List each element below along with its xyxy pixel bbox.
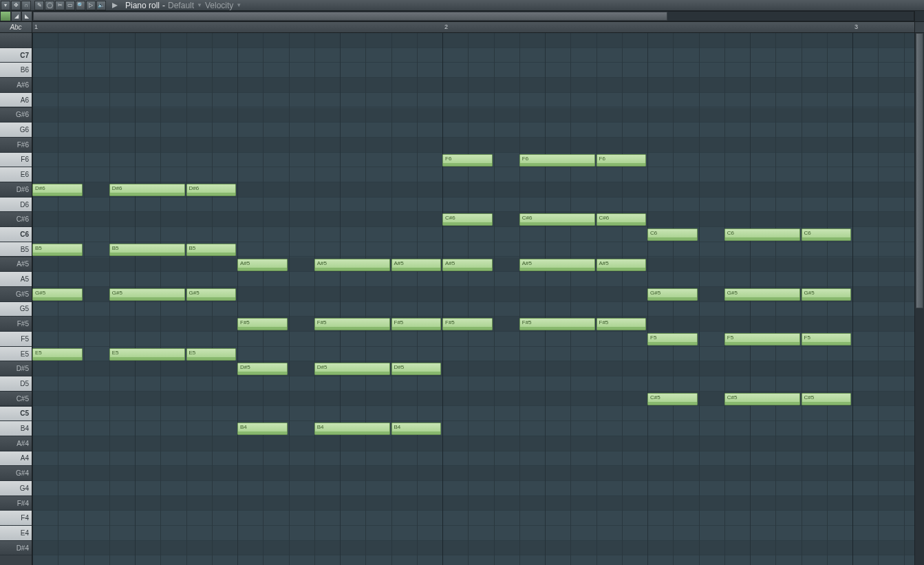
note-grid[interactable]: D#6B5G#5E5D#6B5G#5E5D#6B5G#5E5A#5F#5D#5B… xyxy=(32,33,914,565)
midi-note[interactable]: C#5 xyxy=(647,393,698,405)
midi-note[interactable]: D#6 xyxy=(109,184,185,196)
tool-cut-button[interactable]: ✂ xyxy=(55,1,65,10)
midi-note[interactable]: F#5 xyxy=(597,318,647,330)
midi-note[interactable]: C#6 xyxy=(519,213,595,226)
piano-key[interactable]: A#5 xyxy=(0,257,32,273)
midi-note[interactable]: A#5 xyxy=(314,259,390,271)
piano-key[interactable]: G#5 xyxy=(0,287,32,302)
midi-note[interactable]: F5 xyxy=(802,333,852,345)
piano-key[interactable]: D#6 xyxy=(0,182,32,198)
midi-note[interactable]: F#5 xyxy=(314,318,390,330)
piano-key[interactable]: D5 xyxy=(0,376,32,392)
hscroll-thumb[interactable] xyxy=(33,12,667,21)
midi-note[interactable]: G#5 xyxy=(724,288,800,301)
piano-key[interactable]: E5 xyxy=(0,347,32,362)
tool-magnet-button[interactable]: ∩ xyxy=(21,1,31,10)
midi-note[interactable]: F6 xyxy=(442,154,493,167)
piano-key[interactable]: A#6 xyxy=(0,78,32,93)
piano-key[interactable]: A4 xyxy=(0,451,32,467)
note-color-swatch[interactable] xyxy=(0,11,11,21)
horizontal-scrollbar[interactable] xyxy=(32,11,914,21)
midi-note[interactable]: F#5 xyxy=(391,318,442,330)
midi-note[interactable]: G#5 xyxy=(32,288,83,301)
piano-key[interactable]: A#4 xyxy=(0,436,32,451)
midi-note[interactable]: G#5 xyxy=(802,288,852,301)
piano-key[interactable]: D#4 xyxy=(0,541,32,556)
tool-draw-button[interactable]: ✎ xyxy=(34,1,44,10)
piano-key[interactable]: A6 xyxy=(0,93,32,108)
mode-b-button[interactable]: ◣ xyxy=(21,11,32,21)
midi-note[interactable]: B5 xyxy=(186,244,237,256)
piano-key-column[interactable]: C7B6A#6A6G#6G6F#6F6E6D#6D6C#6C6B5A#5A5G#… xyxy=(0,33,32,565)
piano-key[interactable]: A5 xyxy=(0,272,32,287)
piano-key[interactable]: G#4 xyxy=(0,466,32,481)
ruler-mode-label[interactable]: Abc xyxy=(0,22,32,32)
midi-note[interactable]: E5 xyxy=(109,348,185,361)
midi-note[interactable]: B5 xyxy=(32,244,83,256)
midi-note[interactable]: F#5 xyxy=(237,318,288,330)
piano-key[interactable]: G4 xyxy=(0,481,32,496)
piano-key[interactable]: F#4 xyxy=(0,496,32,511)
midi-note[interactable]: D#6 xyxy=(186,184,237,196)
midi-note[interactable]: F#5 xyxy=(442,318,493,330)
piano-key[interactable]: G5 xyxy=(0,302,32,317)
midi-note[interactable]: C6 xyxy=(647,228,698,241)
tool-speaker-button[interactable]: 🔈 xyxy=(96,1,106,10)
midi-note[interactable]: G#5 xyxy=(186,288,237,301)
piano-key[interactable]: B5 xyxy=(0,242,32,257)
chevron-down-icon[interactable]: ▼ xyxy=(197,2,202,8)
midi-note[interactable]: A#5 xyxy=(391,259,442,271)
piano-key[interactable]: F#5 xyxy=(0,317,32,332)
midi-note[interactable]: D#5 xyxy=(391,363,442,375)
midi-note[interactable]: E5 xyxy=(32,348,83,361)
vscroll-thumb[interactable] xyxy=(916,33,923,308)
piano-key[interactable]: C5 xyxy=(0,407,32,422)
midi-note[interactable]: A#5 xyxy=(442,259,493,271)
mode-a-button[interactable]: ◢ xyxy=(11,11,22,21)
piano-key[interactable]: B4 xyxy=(0,421,32,436)
tool-move-button[interactable]: ✥ xyxy=(11,1,21,10)
midi-note[interactable]: G#5 xyxy=(647,288,698,301)
piano-key[interactable]: C6 xyxy=(0,227,32,242)
midi-note[interactable]: F#5 xyxy=(519,318,595,330)
midi-note[interactable]: F6 xyxy=(519,154,595,167)
menu-dropdown-button[interactable]: ▾ xyxy=(1,1,10,10)
midi-note[interactable]: D#5 xyxy=(237,363,288,375)
midi-note[interactable]: A#5 xyxy=(237,259,288,271)
midi-note[interactable]: C#5 xyxy=(802,393,852,405)
piano-key[interactable]: C#5 xyxy=(0,392,32,407)
tool-zoom-button[interactable]: 🔍 xyxy=(76,1,85,10)
piano-key[interactable]: C#6 xyxy=(0,212,32,227)
midi-note[interactable]: D#5 xyxy=(314,363,390,375)
midi-note[interactable]: B4 xyxy=(237,423,288,435)
piano-key[interactable]: F6 xyxy=(0,153,32,168)
piano-key[interactable]: E6 xyxy=(0,167,32,182)
piano-key[interactable]: C7 xyxy=(0,48,32,63)
piano-key[interactable]: D6 xyxy=(0,198,32,213)
midi-note[interactable]: C#5 xyxy=(724,393,800,405)
midi-note[interactable]: B4 xyxy=(391,423,442,435)
piano-key[interactable]: F5 xyxy=(0,332,32,347)
midi-note[interactable]: G#5 xyxy=(109,288,185,301)
midi-note[interactable]: A#5 xyxy=(519,259,595,271)
title-channel[interactable]: Default xyxy=(168,1,194,10)
piano-key[interactable]: B6 xyxy=(0,63,32,78)
vertical-scrollbar[interactable] xyxy=(914,33,924,565)
midi-note[interactable]: B5 xyxy=(109,244,185,256)
play-indicator-icon[interactable] xyxy=(110,1,120,10)
piano-key[interactable]: G6 xyxy=(0,122,32,138)
piano-key[interactable]: D#5 xyxy=(0,361,32,376)
timeline-ruler[interactable]: 123 xyxy=(32,22,914,32)
midi-note[interactable]: C#6 xyxy=(442,213,493,226)
midi-note[interactable]: C6 xyxy=(724,228,800,241)
piano-key[interactable]: E4 xyxy=(0,526,32,541)
midi-note[interactable]: D#6 xyxy=(32,184,83,196)
midi-note[interactable]: C6 xyxy=(802,228,852,241)
midi-note[interactable]: F6 xyxy=(597,154,647,167)
tool-select-button[interactable]: ▭ xyxy=(65,1,75,10)
tool-playback-button[interactable]: ▷ xyxy=(86,1,96,10)
midi-note[interactable]: A#5 xyxy=(597,259,647,271)
piano-key[interactable] xyxy=(0,33,32,48)
midi-note[interactable]: F5 xyxy=(724,333,800,345)
piano-key[interactable]: F4 xyxy=(0,511,32,526)
